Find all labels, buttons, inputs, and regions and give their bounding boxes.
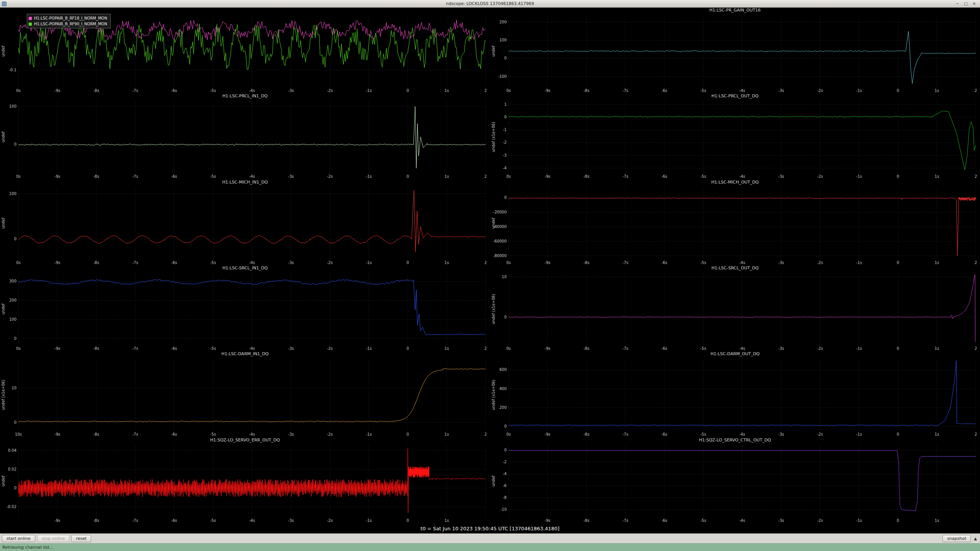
svg-text:0: 0 xyxy=(897,261,899,265)
plot-canvas-darm-out[interactable]: 0s-9s-8s-7s-6s-5s-4s-3s-2s-1s01s26004002… xyxy=(490,357,980,437)
plot-title-srcl-in1: H1:LSC-SRCL_IN1_DQ xyxy=(0,266,490,271)
plot-canvas-sqz-ctrl[interactable]: -9s-8s-7s-6s-5s-4s-3s-2s-1s01s0-2-4-6-8-… xyxy=(490,443,980,523)
svg-text:-2s: -2s xyxy=(817,89,823,93)
minimize-icon[interactable]: − xyxy=(955,1,960,7)
plot-title-srcl-out: H1:LSC-SRCL_OUT_DQ xyxy=(490,266,980,271)
svg-text:-9s: -9s xyxy=(54,261,60,265)
svg-text:0: 0 xyxy=(897,518,899,523)
svg-text:-4: -4 xyxy=(503,472,507,476)
plot-srcl-in1[interactable]: H1:LSC-SRCL_IN1_DQ0s-9s-8s-7s-6s-5s-4s-3… xyxy=(0,266,490,351)
plot-sqz-err[interactable]: H1:SQZ-LO_SERVO_ERR_OUT_DQ-9s-8s-7s-6s-5… xyxy=(0,438,490,523)
plot-prcl-out[interactable]: H1:LSC-PRCL_OUT_DQ0s-9s-8s-7s-6s-5s-4s-3… xyxy=(490,93,980,179)
plot-canvas-prcl-out[interactable]: 0s-9s-8s-7s-6s-5s-4s-3s-2s-1s01s210-1-2-… xyxy=(490,99,980,179)
plot-canvas-pr-gain[interactable]: 0s-9s-8s-7s-6s-5s-4s-3s-2s-1s01s22001000… xyxy=(490,13,980,93)
svg-text:1s: 1s xyxy=(934,432,939,436)
plot-canvas-prcl-in1[interactable]: 0s-9s-8s-7s-6s-5s-4s-3s-2s-1s01s21000und… xyxy=(0,99,490,179)
plot-canvas-darm-in1[interactable]: 10s-9s-8s-7s-6s-5s-4s-3s-2s-1s01s2100und… xyxy=(0,357,490,437)
svg-text:-8s: -8s xyxy=(93,432,99,436)
plot-canvas-srcl-in1[interactable]: 0s-9s-8s-7s-6s-5s-4s-3s-2s-1s01s23002001… xyxy=(0,271,490,351)
plot-sqz-ctrl[interactable]: H1:SQZ-LO_SERVO_CTRL_OUT_DQ-9s-8s-7s-6s-… xyxy=(490,438,980,523)
svg-text:-8s: -8s xyxy=(93,89,99,93)
svg-text:0: 0 xyxy=(14,237,16,241)
svg-text:-4s: -4s xyxy=(739,346,745,351)
plot-prcl-in1[interactable]: H1:LSC-PRCL_IN1_DQ0s-9s-8s-7s-6s-5s-4s-3… xyxy=(0,93,490,179)
plot-title-darm-out: H1:LSC-DARM_OUT_DQ xyxy=(490,351,980,357)
maximize-icon[interactable]: □ xyxy=(963,1,969,7)
svg-text:-7s: -7s xyxy=(622,174,628,179)
svg-text:2: 2 xyxy=(974,432,977,436)
svg-text:-1s: -1s xyxy=(366,89,371,93)
svg-text:-7s: -7s xyxy=(132,518,138,523)
stop-online-button[interactable]: stop online xyxy=(37,535,70,542)
plot-canvas-mich-out[interactable]: 0s-9s-8s-7s-6s-5s-4s-3s-2s-1s01s20-20000… xyxy=(490,185,980,266)
start-online-button[interactable]: start online xyxy=(2,535,35,542)
svg-text:0: 0 xyxy=(504,115,506,119)
svg-text:1s: 1s xyxy=(445,346,449,351)
plot-title-prcl-in1: H1:LSC-PRCL_IN1_DQ xyxy=(0,93,490,99)
plot-srcl-out[interactable]: H1:LSC-SRCL_OUT_DQ0s-9s-8s-7s-6s-5s-4s-3… xyxy=(490,266,980,351)
svg-text:-2s: -2s xyxy=(327,89,333,93)
plot-title-sqz-ctrl: H1:SQZ-LO_SERVO_CTRL_OUT_DQ xyxy=(490,438,980,443)
svg-text:0: 0 xyxy=(406,432,409,436)
svg-text:-10: -10 xyxy=(500,507,506,512)
svg-text:-6s: -6s xyxy=(171,518,177,523)
svg-text:-5s: -5s xyxy=(700,346,706,351)
titlebar: ndscope: LOCKLOSS 1370461863.417969 − □ … xyxy=(0,0,980,8)
svg-text:-1: -1 xyxy=(503,128,507,132)
toolbar: start online stop online reset snapshot … xyxy=(0,533,980,543)
snapshot-button[interactable]: snapshot xyxy=(942,535,971,542)
svg-text:-8s: -8s xyxy=(583,518,589,523)
svg-text:-6s: -6s xyxy=(661,346,667,351)
trace-h1-lsc-darm-out-dq xyxy=(509,361,976,426)
svg-text:-3s: -3s xyxy=(778,174,784,179)
svg-text:200: 200 xyxy=(9,298,16,302)
svg-text:0: 0 xyxy=(897,174,899,179)
plot-mich-in1[interactable]: H1:LSC-MICH_IN1_DQ0s-9s-8s-7s-6s-5s-4s-3… xyxy=(0,180,490,266)
svg-text:-8s: -8s xyxy=(93,518,99,523)
plot-canvas-srcl-out[interactable]: 0s-9s-8s-7s-6s-5s-4s-3s-2s-1s01s2100unde… xyxy=(490,271,980,351)
svg-text:-9s: -9s xyxy=(545,432,550,436)
svg-text:0s: 0s xyxy=(16,174,21,179)
svg-text:0s: 0s xyxy=(506,432,511,436)
svg-text:0s: 0s xyxy=(506,174,511,179)
svg-text:-9s: -9s xyxy=(54,174,60,179)
svg-text:2: 2 xyxy=(974,89,977,93)
plot-popair[interactable]: 0s-9s-8s-7s-6s-5s-4s-3s-2s-1s01s2-0.1und… xyxy=(0,8,490,93)
plot-canvas-sqz-err[interactable]: -9s-8s-7s-6s-5s-4s-3s-2s-1s01s0.040.020-… xyxy=(0,443,490,523)
plot-pr-gain[interactable]: H1:LSC-PR_GAIN_OUT160s-9s-8s-7s-6s-5s-4s… xyxy=(490,8,980,93)
svg-text:2: 2 xyxy=(484,174,487,179)
svg-text:-6s: -6s xyxy=(171,89,177,93)
svg-text:1s: 1s xyxy=(445,261,449,265)
svg-text:-6s: -6s xyxy=(171,174,177,179)
plot-title-popair xyxy=(0,8,490,13)
svg-text:600: 600 xyxy=(499,368,506,372)
svg-text:-9s: -9s xyxy=(545,89,550,93)
expander-icon[interactable]: ▲ xyxy=(973,536,978,541)
plot-canvas-mich-in1[interactable]: 0s-9s-8s-7s-6s-5s-4s-3s-2s-1s01s21000und… xyxy=(0,185,490,266)
svg-text:-6s: -6s xyxy=(661,518,667,523)
svg-text:-7s: -7s xyxy=(622,261,628,265)
svg-text:-2s: -2s xyxy=(817,432,823,436)
legend: H1:LSC-POPAIR_B_RF18_I_NORM_MONH1:LSC-PO… xyxy=(27,14,111,28)
plot-darm-in1[interactable]: H1:LSC-DARM_IN1_DQ10s-9s-8s-7s-6s-5s-4s-… xyxy=(0,351,490,437)
svg-text:-1s: -1s xyxy=(856,346,862,351)
svg-text:-7s: -7s xyxy=(132,346,138,351)
svg-text:-2s: -2s xyxy=(327,261,333,265)
svg-text:-4s: -4s xyxy=(739,261,745,265)
svg-text:undef: undef xyxy=(1,46,5,57)
svg-text:0: 0 xyxy=(14,336,16,341)
svg-text:1: 1 xyxy=(504,102,506,107)
svg-text:0s: 0s xyxy=(506,346,511,351)
plot-darm-out[interactable]: H1:LSC-DARM_OUT_DQ0s-9s-8s-7s-6s-5s-4s-3… xyxy=(490,351,980,437)
svg-text:-0.02: -0.02 xyxy=(7,505,16,509)
close-icon[interactable]: ✕ xyxy=(972,1,977,7)
svg-text:2: 2 xyxy=(484,261,487,265)
svg-text:0s: 0s xyxy=(506,89,511,93)
svg-text:-7s: -7s xyxy=(622,518,628,523)
svg-text:-4s: -4s xyxy=(739,174,745,179)
plot-mich-out[interactable]: H1:LSC-MICH_OUT_DQ0s-9s-8s-7s-6s-5s-4s-3… xyxy=(490,180,980,266)
svg-text:-4s: -4s xyxy=(249,432,255,436)
svg-text:1s: 1s xyxy=(445,518,449,523)
reset-button[interactable]: reset xyxy=(71,535,91,542)
svg-text:0: 0 xyxy=(14,143,16,147)
